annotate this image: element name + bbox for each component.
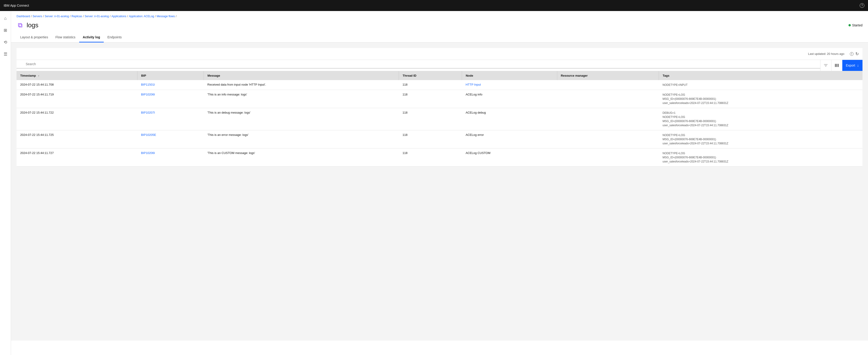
breadcrumb-sep-6: / xyxy=(127,15,128,18)
sidebar: ⌂ ⊞ ⟲ ☰ xyxy=(0,11,11,355)
cell-message: 'This is an info message: logs' xyxy=(204,90,399,108)
status-badge: Started xyxy=(848,23,863,27)
download-icon: ↓ xyxy=(857,63,859,67)
sidebar-document-icon[interactable]: ☰ xyxy=(0,49,11,60)
col-node: Node xyxy=(462,71,557,80)
breadcrumb-server-ir01-2[interactable]: Server: ir-01-acelog xyxy=(85,15,109,18)
breadcrumb-sep-3: / xyxy=(70,15,70,18)
cell-message: 'This is an error message: logs' xyxy=(204,130,399,149)
table-row: 2024-07-22 15:44:11.725BIP10205E'This is… xyxy=(17,130,863,149)
cell-tags: DEBUG=1 NODETYPE=LOG MSG_ID=(00000076-66… xyxy=(659,108,863,130)
col-resource-manager: Resource manager xyxy=(557,71,659,80)
brand-label: IBM App Connect xyxy=(4,4,29,7)
cell-resource-manager xyxy=(557,80,659,90)
page-icon: ⧉ xyxy=(17,22,24,29)
table-container: Last updated: 20 hours ago i ↻ 🔍 xyxy=(17,48,863,167)
topbar: IBM App Connect ? xyxy=(0,0,868,11)
breadcrumb: Dashboard / Servers / Server: ir-01-acel… xyxy=(11,11,868,20)
cell-bip[interactable]: BIP10207I xyxy=(137,108,204,130)
table-row: 2024-07-22 15:44:11.708BIP11501IReceived… xyxy=(17,80,863,90)
cell-tags: NODETYPE=LOG MSG_ID=(00000076-669E7E4B-0… xyxy=(659,149,863,167)
col-timestamp[interactable]: Timestamp ↑ xyxy=(17,71,137,80)
tab-activity-log[interactable]: Activity log xyxy=(79,33,104,42)
tabs-bar: Layout & properties Flow statistics Acti… xyxy=(11,33,868,42)
cell-resource-manager xyxy=(557,130,659,149)
breadcrumb-sep-5: / xyxy=(110,15,111,18)
layout: ⌂ ⊞ ⟲ ☰ Dashboard / Servers / Server: ir… xyxy=(0,11,868,355)
cell-message: 'This is an debug message: logs' xyxy=(204,108,399,130)
cell-message: Received data from input node 'HTTP Inpu… xyxy=(204,80,399,90)
cell-timestamp: 2024-07-22 15:44:11.708 xyxy=(17,80,137,90)
breadcrumb-servers[interactable]: Servers xyxy=(33,15,42,18)
activity-log-table: Timestamp ↑ BIP Message Thread ID Node R… xyxy=(17,71,863,167)
cell-node: ACELog debug xyxy=(462,108,557,130)
info-icon[interactable]: i xyxy=(850,52,854,56)
svg-rect-2 xyxy=(838,64,839,67)
help-icon[interactable]: ? xyxy=(860,3,864,8)
breadcrumb-server-ir01-1[interactable]: Server: ir-01-acelog xyxy=(45,15,69,18)
cell-tags: NODETYPE=LOG MSG_ID=(00000076-669E7E4B-0… xyxy=(659,90,863,108)
col-thread-id: Thread ID xyxy=(399,71,462,80)
breadcrumb-applications[interactable]: Applications xyxy=(112,15,126,18)
cell-bip[interactable]: BIP10205E xyxy=(137,130,204,149)
filter-icon-button[interactable] xyxy=(820,60,831,71)
cell-bip[interactable]: BIP10206I xyxy=(137,90,204,108)
col-bip: BIP xyxy=(137,71,204,80)
breadcrumb-dashboard[interactable]: Dashboard xyxy=(17,15,30,18)
cell-tags: NODETYPE=INPUT xyxy=(659,80,863,90)
cell-timestamp: 2024-07-22 15:44:11.719 xyxy=(17,90,137,108)
breadcrumb-replicas[interactable]: Replicas xyxy=(71,15,82,18)
sidebar-home-icon[interactable]: ⌂ xyxy=(0,13,11,24)
last-updated-text: Last updated: 20 hours ago xyxy=(804,50,848,57)
cell-resource-manager xyxy=(557,149,659,167)
cell-timestamp: 2024-07-22 15:44:11.725 xyxy=(17,130,137,149)
cell-tags: NODETYPE=LOG MSG_ID=(00000076-669E7E4B-0… xyxy=(659,130,863,149)
columns-icon-button[interactable] xyxy=(831,60,842,71)
cell-thread-id: 118 xyxy=(399,130,462,149)
flow-icon: ⧉ xyxy=(18,22,23,29)
cell-node: ACELog info xyxy=(462,90,557,108)
svg-rect-1 xyxy=(836,64,837,67)
export-label: Export xyxy=(846,64,855,67)
table-header-row: Timestamp ↑ BIP Message Thread ID Node R… xyxy=(17,71,863,80)
col-message: Message xyxy=(204,71,399,80)
cell-resource-manager xyxy=(557,108,659,130)
refresh-icon[interactable]: ↻ xyxy=(856,52,859,57)
tab-layout-properties[interactable]: Layout & properties xyxy=(17,33,52,42)
cell-bip[interactable]: BIP11501I xyxy=(137,80,204,90)
table-row: 2024-07-22 15:44:11.719BIP10206I'This is… xyxy=(17,90,863,108)
content-area: Last updated: 20 hours ago i ↻ 🔍 xyxy=(11,42,868,341)
cell-node: ACELog CUSTOM xyxy=(462,149,557,167)
columns-icon xyxy=(835,63,839,67)
col-tags: Tags xyxy=(659,71,863,80)
tab-flow-statistics[interactable]: Flow statistics xyxy=(52,33,79,42)
breadcrumb-application-acelog[interactable]: Application: ACELog xyxy=(129,15,154,18)
svg-rect-0 xyxy=(835,64,836,67)
page-header: ⧉ logs Started xyxy=(11,20,868,33)
cell-bip[interactable]: BIP10206I xyxy=(137,149,204,167)
sidebar-integration-icon[interactable]: ⟲ xyxy=(0,37,11,48)
cell-node[interactable]: HTTP Input xyxy=(462,80,557,90)
filter-icon xyxy=(824,63,828,67)
search-input[interactable] xyxy=(17,60,820,68)
tab-endpoints[interactable]: Endpoints xyxy=(104,33,125,42)
cell-timestamp: 2024-07-22 15:44:11.722 xyxy=(17,108,137,130)
breadcrumb-message-flows[interactable]: Message flows xyxy=(157,15,175,18)
breadcrumb-sep-2: / xyxy=(43,15,43,18)
cell-timestamp: 2024-07-22 15:44:11.727 xyxy=(17,149,137,167)
cell-thread-id: 118 xyxy=(399,108,462,130)
breadcrumb-sep-1: / xyxy=(31,15,32,18)
breadcrumb-sep-8: / xyxy=(176,15,177,18)
main-content: Dashboard / Servers / Server: ir-01-acel… xyxy=(11,11,868,355)
status-label: Started xyxy=(852,23,863,27)
cell-thread-id: 118 xyxy=(399,90,462,108)
breadcrumb-sep-7: / xyxy=(155,15,156,18)
cell-thread-id: 118 xyxy=(399,80,462,90)
search-container: 🔍 xyxy=(17,60,820,71)
page-title: logs xyxy=(27,22,38,29)
sort-arrow-timestamp: ↑ xyxy=(38,74,39,77)
export-button[interactable]: Export ↓ xyxy=(842,60,863,71)
sidebar-apps-icon[interactable]: ⊞ xyxy=(0,25,11,36)
page-header-left: ⧉ logs xyxy=(17,22,38,29)
table-row: 2024-07-22 15:44:11.722BIP10207I'This is… xyxy=(17,108,863,130)
